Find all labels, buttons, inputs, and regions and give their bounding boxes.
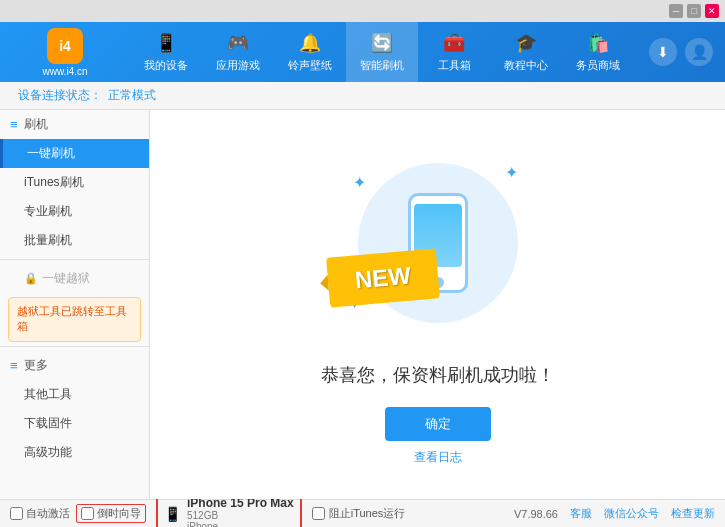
header-right: ⬇ 👤 bbox=[649, 38, 725, 66]
itunes-checkbox[interactable] bbox=[312, 507, 325, 520]
auto-activate-label: 自动激活 bbox=[26, 506, 70, 521]
status-prefix: 设备连接状态： bbox=[18, 87, 102, 104]
auto-activate-check[interactable]: 自动激活 bbox=[10, 506, 70, 521]
main-layout: ≡ 刷机 一键刷机 iTunes刷机 专业刷机 批量刷机 🔒 一键越狱 越狱工具… bbox=[0, 110, 725, 499]
nav-store-label: 务员商域 bbox=[576, 58, 620, 73]
new-banner: NEW bbox=[326, 248, 440, 307]
nav-store[interactable]: 🛍️ 务员商域 bbox=[562, 22, 634, 82]
sidebar-item-onekey[interactable]: 一键刷机 bbox=[0, 139, 149, 168]
sidebar-divider-2 bbox=[0, 346, 149, 347]
timer-guide-label: 倒时向导 bbox=[97, 506, 141, 521]
wechat-link[interactable]: 微信公众号 bbox=[604, 506, 659, 521]
nav-my-device-label: 我的设备 bbox=[144, 58, 188, 73]
nav-my-device[interactable]: 📱 我的设备 bbox=[130, 22, 202, 82]
status-mode: 正常模式 bbox=[108, 87, 156, 104]
header: i4 www.i4.cn 📱 我的设备 🎮 应用游戏 🔔 铃声壁纸 🔄 智能刷机… bbox=[0, 22, 725, 82]
timer-guide-checkbox[interactable] bbox=[81, 507, 94, 520]
download-button[interactable]: ⬇ bbox=[649, 38, 677, 66]
nav-apps[interactable]: 🎮 应用游戏 bbox=[202, 22, 274, 82]
device-text: iPhone 15 Pro Max 512GB iPhone bbox=[187, 496, 294, 528]
sidebar-item-other-tools[interactable]: 其他工具 bbox=[0, 380, 149, 409]
sparkle-topright: ✦ bbox=[505, 163, 518, 182]
sidebar-item-firmware[interactable]: 下载固件 bbox=[0, 409, 149, 438]
log-link[interactable]: 查看日志 bbox=[414, 449, 462, 466]
success-message: 恭喜您，保资料刷机成功啦！ bbox=[321, 363, 555, 387]
nav-tools[interactable]: 🧰 工具箱 bbox=[418, 22, 490, 82]
nav-bar: 📱 我的设备 🎮 应用游戏 🔔 铃声壁纸 🔄 智能刷机 🧰 工具箱 🎓 教程中心… bbox=[130, 22, 649, 82]
lock-icon: 🔒 bbox=[24, 272, 38, 285]
bottom-bar: 自动激活 倒时向导 📱 iPhone 15 Pro Max 512GB iPho… bbox=[0, 499, 725, 527]
device-storage: 512GB bbox=[187, 510, 294, 521]
confirm-button[interactable]: 确定 bbox=[385, 407, 491, 441]
apps-icon: 🎮 bbox=[227, 32, 249, 54]
sidebar-more-label: 更多 bbox=[24, 357, 48, 374]
maximize-button[interactable]: □ bbox=[687, 4, 701, 18]
flash-section-icon: ≡ bbox=[10, 117, 18, 132]
device-icon: 📱 bbox=[155, 32, 177, 54]
minimize-button[interactable]: ─ bbox=[669, 4, 683, 18]
nav-tutorial-label: 教程中心 bbox=[504, 58, 548, 73]
logo-area: i4 www.i4.cn bbox=[0, 28, 130, 77]
auto-activate-checkbox[interactable] bbox=[10, 507, 23, 520]
sidebar-divider-1 bbox=[0, 259, 149, 260]
device-type: iPhone bbox=[187, 521, 294, 528]
sidebar-flash-header[interactable]: ≡ 刷机 bbox=[0, 110, 149, 139]
sidebar-item-itunes[interactable]: iTunes刷机 bbox=[0, 168, 149, 197]
nav-tools-label: 工具箱 bbox=[438, 58, 471, 73]
nav-ringtones[interactable]: 🔔 铃声壁纸 bbox=[274, 22, 346, 82]
version-label: V7.98.66 bbox=[514, 508, 558, 520]
ringtones-icon: 🔔 bbox=[299, 32, 321, 54]
sidebar: ≡ 刷机 一键刷机 iTunes刷机 专业刷机 批量刷机 🔒 一键越狱 越狱工具… bbox=[0, 110, 150, 499]
bottom-right: V7.98.66 客服 微信公众号 检查更新 bbox=[514, 506, 715, 521]
sidebar-item-pro[interactable]: 专业刷机 bbox=[0, 197, 149, 226]
user-button[interactable]: 👤 bbox=[685, 38, 713, 66]
nav-flash[interactable]: 🔄 智能刷机 bbox=[346, 22, 418, 82]
new-label: NEW bbox=[353, 262, 411, 295]
sidebar-disabled-jailbreak: 🔒 一键越狱 bbox=[0, 264, 149, 293]
banner-arrow bbox=[319, 275, 328, 292]
more-section-icon: ≡ bbox=[10, 358, 18, 373]
itunes-label: 阻止iTunes运行 bbox=[329, 506, 406, 521]
sidebar-flash-label: 刷机 bbox=[24, 116, 48, 133]
device-phone-icon: 📱 bbox=[164, 506, 181, 522]
sidebar-item-batch[interactable]: 批量刷机 bbox=[0, 226, 149, 255]
close-button[interactable]: ✕ bbox=[705, 4, 719, 18]
disabled-label: 一键越狱 bbox=[42, 270, 90, 287]
status-bar: 设备连接状态： 正常模式 bbox=[0, 82, 725, 110]
update-link[interactable]: 检查更新 bbox=[671, 506, 715, 521]
sparkle-topleft: ✦ bbox=[353, 173, 366, 192]
store-icon: 🛍️ bbox=[587, 32, 609, 54]
logo-icon: i4 bbox=[47, 28, 83, 64]
logo-text: www.i4.cn bbox=[42, 66, 87, 77]
window-titlebar: ─ □ ✕ bbox=[0, 0, 725, 22]
success-illustration: ✦ ✦ ✦ NEW bbox=[338, 143, 538, 343]
nav-tutorial[interactable]: 🎓 教程中心 bbox=[490, 22, 562, 82]
nav-flash-label: 智能刷机 bbox=[360, 58, 404, 73]
flash-icon: 🔄 bbox=[371, 32, 393, 54]
support-link[interactable]: 客服 bbox=[570, 506, 592, 521]
itunes-check[interactable]: 阻止iTunes运行 bbox=[312, 506, 406, 521]
sidebar-item-advanced[interactable]: 高级功能 bbox=[0, 438, 149, 467]
main-content: ✦ ✦ ✦ NEW 恭喜您，保资料刷机成功啦！ 确定 查看日志 bbox=[150, 110, 725, 499]
nav-apps-label: 应用游戏 bbox=[216, 58, 260, 73]
tutorial-icon: 🎓 bbox=[515, 32, 537, 54]
sidebar-more-header[interactable]: ≡ 更多 bbox=[0, 351, 149, 380]
sidebar-notice: 越狱工具已跳转至工具箱 bbox=[8, 297, 141, 342]
tools-icon: 🧰 bbox=[443, 32, 465, 54]
timer-guide-check[interactable]: 倒时向导 bbox=[76, 504, 146, 523]
nav-ringtones-label: 铃声壁纸 bbox=[288, 58, 332, 73]
